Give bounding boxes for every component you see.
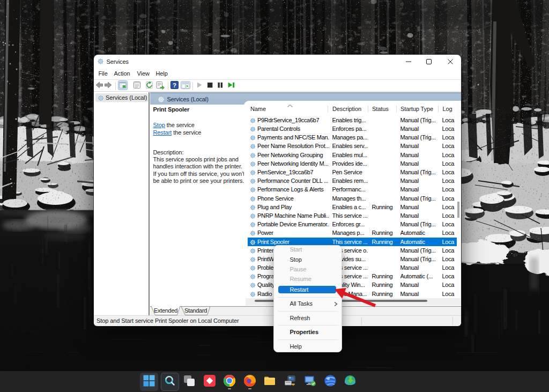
svg-text:?: ? <box>172 82 176 88</box>
